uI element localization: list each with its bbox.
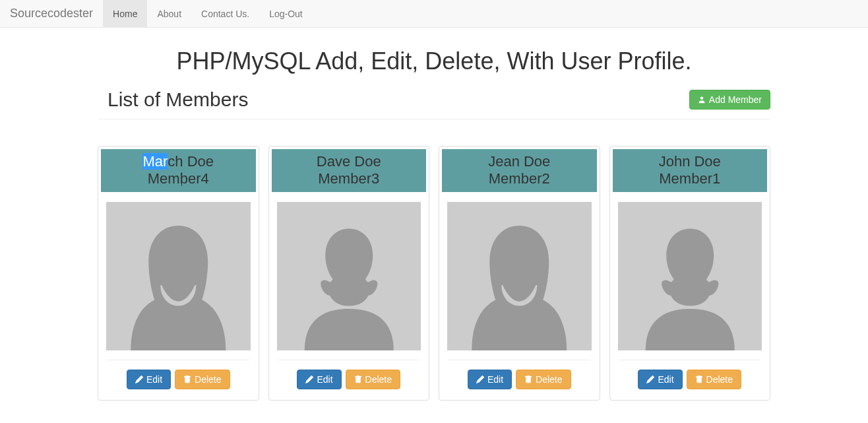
delete-button[interactable]: Delete — [175, 370, 230, 389]
edit-button[interactable]: Edit — [638, 370, 682, 389]
avatar-wrap — [442, 192, 597, 350]
delete-button[interactable]: Delete — [516, 370, 571, 389]
avatar — [106, 202, 251, 350]
card-actions: Edit Delete — [272, 367, 427, 397]
add-member-label: Add Member — [709, 94, 762, 105]
nav-list: Home About Contact Us. Log-Out — [103, 0, 313, 27]
member-card: Dave Doe Member3 Edit Delete — [268, 146, 430, 401]
nav-item-logout[interactable]: Log-Out — [259, 0, 313, 27]
member-name: Jean Doe — [445, 153, 594, 170]
divider — [449, 360, 590, 360]
member-card: March Doe Member4 Edit Delete — [98, 146, 259, 401]
nav-item-contact[interactable]: Contact Us. — [191, 0, 259, 27]
page-title: PHP/MySQL Add, Edit, Delete, With User P… — [98, 48, 770, 75]
edit-button[interactable]: Edit — [468, 370, 512, 389]
avatar — [618, 202, 762, 350]
card-actions: Edit Delete — [442, 367, 597, 397]
divider — [278, 360, 420, 360]
member-name: John Doe — [615, 153, 765, 170]
list-heading: List of Members — [108, 88, 248, 111]
brand[interactable]: Sourcecodester — [0, 0, 103, 27]
list-header: List of Members Add Member — [98, 88, 770, 119]
edit-button[interactable]: Edit — [297, 370, 341, 389]
divider — [108, 360, 249, 360]
member-role: Member4 — [104, 170, 253, 187]
pencil-icon — [476, 375, 484, 383]
avatar-wrap — [272, 192, 427, 350]
avatar-wrap — [101, 192, 256, 350]
member-card: John Doe Member1 Edit Delete — [609, 146, 771, 401]
trash-icon — [524, 375, 532, 383]
member-card-header: Dave Doe Member3 — [272, 149, 427, 192]
nav-item-home[interactable]: Home — [103, 0, 147, 27]
trash-icon — [183, 375, 191, 383]
nav-item-about[interactable]: About — [147, 0, 191, 27]
member-role: Member1 — [615, 170, 765, 187]
trash-icon — [354, 375, 362, 383]
trash-icon — [695, 375, 703, 383]
avatar-wrap — [613, 192, 768, 350]
card-actions: Edit Delete — [613, 367, 768, 397]
member-name: March Doe — [104, 153, 253, 170]
avatar — [447, 202, 592, 350]
edit-button[interactable]: Edit — [127, 370, 171, 389]
avatar — [277, 202, 421, 350]
delete-button[interactable]: Delete — [687, 370, 741, 389]
member-card-header: Jean Doe Member2 — [442, 149, 597, 192]
pencil-icon — [646, 375, 654, 383]
pencil-icon — [135, 375, 143, 383]
member-role: Member3 — [274, 170, 424, 187]
member-card: Jean Doe Member2 Edit Delete — [439, 146, 600, 401]
member-role: Member2 — [445, 170, 594, 187]
card-actions: Edit Delete — [101, 367, 256, 397]
member-card-header: John Doe Member1 — [613, 149, 768, 192]
member-name: Dave Doe — [274, 153, 424, 170]
delete-button[interactable]: Delete — [346, 370, 400, 389]
member-card-header: March Doe Member4 — [101, 149, 256, 192]
add-member-button[interactable]: Add Member — [689, 90, 770, 110]
top-navbar: Sourcecodester Home About Contact Us. Lo… — [0, 0, 868, 28]
user-icon — [698, 96, 706, 104]
members-row: March Doe Member4 Edit Delete — [98, 146, 770, 401]
divider — [619, 360, 761, 360]
pencil-icon — [305, 375, 313, 383]
